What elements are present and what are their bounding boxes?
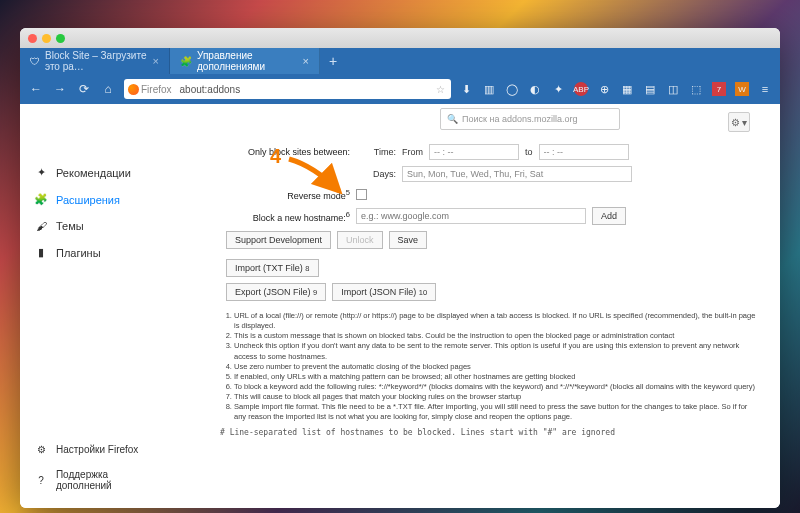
bookmark-star-icon[interactable]: ☆ xyxy=(430,84,451,95)
extension-icon[interactable]: ⊕ xyxy=(597,82,611,96)
footnote-item: This is a custom message that is shown o… xyxy=(234,331,760,341)
time-from-input[interactable] xyxy=(429,144,519,160)
sidebar-item-label: Расширения xyxy=(56,194,120,206)
maximize-window-button[interactable] xyxy=(56,34,65,43)
tab-favicon: 🛡 xyxy=(30,56,40,67)
tools-gear-button[interactable]: ⚙ ▾ xyxy=(728,112,750,132)
footnote-item: Sample import file format. This file nee… xyxy=(234,402,760,422)
to-label: to xyxy=(525,147,533,157)
save-button[interactable]: Save xyxy=(389,231,428,249)
reverse-mode-checkbox[interactable] xyxy=(356,189,367,200)
gear-icon: ⚙ xyxy=(34,444,48,455)
sidebar-item-label: Плагины xyxy=(56,247,101,259)
addons-sidebar: ✦ Рекомендации 🧩 Расширения 🖌 Темы ▮ Пла… xyxy=(20,104,180,508)
url-prefix-label: Firefox xyxy=(141,84,172,95)
days-input[interactable] xyxy=(402,166,632,182)
sidebar-item-recommendations[interactable]: ✦ Рекомендации xyxy=(20,159,180,186)
tab-addons-manager[interactable]: 🧩 Управление дополнениями × xyxy=(170,48,320,74)
only-block-label: Only block sites between: xyxy=(220,147,350,157)
tab-title: Block Site – Загрузите это ра… xyxy=(45,50,148,72)
sidebar-item-label: Рекомендации xyxy=(56,167,131,179)
hostname-input[interactable] xyxy=(356,208,586,224)
time-label: Time: xyxy=(356,147,396,157)
tab-favicon: 🧩 xyxy=(180,56,192,67)
close-tab-icon[interactable]: × xyxy=(153,55,159,67)
window-titlebar xyxy=(20,28,780,48)
plugin-icon: ▮ xyxy=(34,246,48,259)
sidebar-item-label: Настройки Firefox xyxy=(56,444,138,455)
close-tab-icon[interactable]: × xyxy=(303,55,309,67)
from-label: From xyxy=(402,147,423,157)
menu-icon[interactable]: ≡ xyxy=(758,82,772,96)
export-json-button[interactable]: Export (JSON File) 9 xyxy=(226,283,326,301)
sidebar-item-firefox-settings[interactable]: ⚙ Настройки Firefox xyxy=(20,437,180,462)
search-icon: 🔍 xyxy=(447,114,458,124)
puzzle-icon: 🧩 xyxy=(34,193,48,206)
sample-code-line: # Line-separated list of hostnames to be… xyxy=(220,428,760,439)
toolbar-icons: ⬇ ▥ ◯ ◐ ✦ ABP ⊕ ▦ ▤ ◫ ⬚ 7 W ≡ xyxy=(459,82,772,96)
tab-block-site[interactable]: 🛡 Block Site – Загрузите это ра… × xyxy=(20,48,170,74)
extension-icon[interactable]: ▦ xyxy=(620,82,634,96)
extension-icon[interactable]: ◯ xyxy=(505,82,519,96)
addon-search-input[interactable]: 🔍 Поиск на addons.mozilla.org xyxy=(440,108,620,130)
extension-icon[interactable]: ABP xyxy=(574,82,588,96)
sidebar-item-addon-support[interactable]: ? Поддержка дополнений xyxy=(20,462,180,498)
browser-window: 🛡 Block Site – Загрузите это ра… × 🧩 Упр… xyxy=(20,28,780,508)
content-area: ✦ Рекомендации 🧩 Расширения 🖌 Темы ▮ Пла… xyxy=(20,104,780,508)
support-dev-button[interactable]: Support Development xyxy=(226,231,331,249)
sidebar-item-plugins[interactable]: ▮ Плагины xyxy=(20,239,180,266)
brush-icon: 🖌 xyxy=(34,220,48,232)
extension-icon[interactable]: ◐ xyxy=(528,82,542,96)
footnote-item: URL of a local (file://) or remote (http… xyxy=(234,311,760,331)
footnote-item: To block a keyword add the following rul… xyxy=(234,382,760,392)
firefox-icon xyxy=(128,84,139,95)
sidebar-item-extensions[interactable]: 🧩 Расширения xyxy=(20,186,180,213)
extension-icon[interactable]: ✦ xyxy=(551,82,565,96)
tab-strip: 🛡 Block Site – Загрузите это ра… × 🧩 Упр… xyxy=(20,48,780,74)
time-to-input[interactable] xyxy=(539,144,629,160)
add-button[interactable]: Add xyxy=(592,207,626,225)
nav-toolbar: ← → ⟳ ⌂ Firefox about:addons ☆ ⬇ ▥ ◯ ◐ ✦… xyxy=(20,74,780,104)
footnote-item: Use zero number to prevent the automatic… xyxy=(234,362,760,372)
home-button[interactable]: ⌂ xyxy=(100,82,116,96)
sidebar-item-themes[interactable]: 🖌 Темы xyxy=(20,213,180,239)
extension-icon[interactable]: W xyxy=(735,82,749,96)
new-tab-button[interactable]: + xyxy=(320,48,346,74)
import-txt-button[interactable]: Import (TXT File) 8 xyxy=(226,259,319,277)
star-icon: ✦ xyxy=(34,166,48,179)
footnote-item: This will cause to block all pages that … xyxy=(234,392,760,402)
url-identity: Firefox xyxy=(124,84,176,95)
forward-button[interactable]: → xyxy=(52,82,68,96)
download-icon[interactable]: ⬇ xyxy=(459,82,473,96)
library-icon[interactable]: ▥ xyxy=(482,82,496,96)
sidebar-item-label: Поддержка дополнений xyxy=(56,469,166,491)
unlock-button[interactable]: Unlock xyxy=(337,231,383,249)
close-window-button[interactable] xyxy=(28,34,37,43)
help-icon: ? xyxy=(34,475,48,486)
url-bar[interactable]: Firefox about:addons ☆ xyxy=(124,79,451,99)
days-label: Days: xyxy=(356,169,396,179)
reverse-mode-label: Reverse mode5 xyxy=(220,188,350,201)
search-placeholder: Поиск на addons.mozilla.org xyxy=(462,114,577,124)
extension-options-panel: ⚙ ▾ Only block sites between: Time: From… xyxy=(180,104,780,508)
sidebar-item-label: Темы xyxy=(56,220,84,232)
extension-icon[interactable]: ▤ xyxy=(643,82,657,96)
minimize-window-button[interactable] xyxy=(42,34,51,43)
extension-icon[interactable]: ⬚ xyxy=(689,82,703,96)
footnote-item: If enabled, only URLs with a matching pa… xyxy=(234,372,760,382)
footnote-item: Uncheck this option if you don't want an… xyxy=(234,341,760,361)
tab-title: Управление дополнениями xyxy=(197,50,298,72)
reload-button[interactable]: ⟳ xyxy=(76,82,92,96)
block-hostname-label: Block a new hostname:6 xyxy=(220,210,350,223)
screenshot-icon[interactable]: ◫ xyxy=(666,82,680,96)
url-text: about:addons xyxy=(176,84,245,95)
import-json-button[interactable]: Import (JSON File) 10 xyxy=(332,283,436,301)
footnotes: URL of a local (file://) or remote (http… xyxy=(220,311,760,439)
back-button[interactable]: ← xyxy=(28,82,44,96)
extension-icon[interactable]: 7 xyxy=(712,82,726,96)
